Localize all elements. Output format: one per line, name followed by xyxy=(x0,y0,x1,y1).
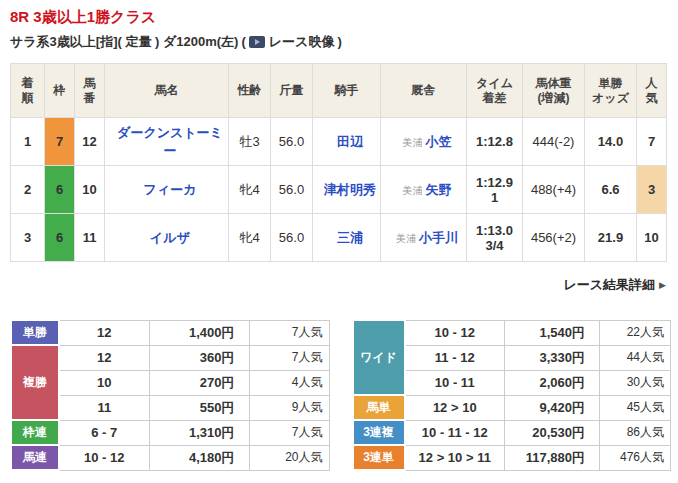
payout-amount: 550円 xyxy=(149,395,249,420)
cell-odds: 14.0 xyxy=(585,118,637,166)
payout-row: 枠連 6 - 7 1,310円 7人気 xyxy=(11,420,329,445)
payout-row: 11 550円 9人気 xyxy=(11,395,329,420)
cell-time: 1:12.91 xyxy=(467,166,523,214)
payout-combo: 12 > 10 xyxy=(405,395,505,420)
col-header-time: タイム着差 xyxy=(467,64,523,118)
stable-region: 美浦 xyxy=(396,233,416,244)
bet-type-trifecta: 3連単 xyxy=(353,445,405,470)
jockey-link[interactable]: 三浦 xyxy=(337,230,363,245)
payout-table-right: ワイド 10 - 12 1,540円 22人気 11 - 12 3,330円 4… xyxy=(352,319,672,471)
cell-sexage: 牝4 xyxy=(229,214,271,262)
jockey-link[interactable]: 津村明秀 xyxy=(324,182,376,197)
payout-popularity: 476人気 xyxy=(600,445,671,470)
payout-combo: 10 - 11 - 12 xyxy=(405,420,505,445)
payout-amount: 20,530円 xyxy=(505,420,600,445)
cell-frame: 7 xyxy=(45,118,75,166)
payout-popularity: 30人気 xyxy=(600,370,671,395)
col-header-frame: 枠 xyxy=(45,64,75,118)
col-header-stable: 厩舎 xyxy=(381,64,467,118)
payout-popularity: 20人気 xyxy=(249,445,329,470)
cell-horse: イルザ xyxy=(105,214,229,262)
stable-link[interactable]: 小笠 xyxy=(426,134,452,149)
payout-amount: 2,060円 xyxy=(505,370,600,395)
horse-link[interactable]: フィーカ xyxy=(144,182,197,197)
cell-stable: 美浦小手川 xyxy=(381,214,467,262)
race-title: 8R 3歳以上1勝クラス xyxy=(10,8,668,26)
stable-link[interactable]: 小手川 xyxy=(419,230,458,245)
stable-region: 美浦 xyxy=(403,137,423,148)
payout-amount: 1,540円 xyxy=(505,320,600,345)
horse-link[interactable]: ダークンストーミー xyxy=(117,125,223,158)
payout-popularity: 7人気 xyxy=(249,420,329,445)
payout-combo: 11 xyxy=(59,395,149,420)
cell-stable: 美浦小笠 xyxy=(381,118,467,166)
payout-combo: 12 xyxy=(59,320,149,345)
payout-section: 単勝 12 1,400円 7人気 複勝 12 360円 7人気 10 270円 … xyxy=(10,319,668,471)
payout-amount: 270円 xyxy=(149,370,249,395)
cell-finish: 2 xyxy=(11,166,45,214)
stable-region: 美浦 xyxy=(403,185,423,196)
cell-number: 12 xyxy=(75,118,105,166)
payout-popularity: 7人気 xyxy=(249,345,329,370)
payout-row: 単勝 12 1,400円 7人気 xyxy=(11,320,329,345)
payout-combo: 10 - 12 xyxy=(405,320,505,345)
cell-bodyweight: 488(+4) xyxy=(523,166,585,214)
cell-odds: 21.9 xyxy=(585,214,637,262)
payout-row: 馬連 10 - 12 4,180円 20人気 xyxy=(11,445,329,470)
payout-popularity: 9人気 xyxy=(249,395,329,420)
result-row-3: 3 6 11 イルザ 牝4 56.0 三浦 美浦小手川 1:13.03/4 45… xyxy=(11,214,667,262)
cell-number: 11 xyxy=(75,214,105,262)
col-header-weight: 斤量 xyxy=(271,64,313,118)
cell-stable: 美浦矢野 xyxy=(381,166,467,214)
bet-type-trio: 3連複 xyxy=(353,420,405,445)
cell-weight: 56.0 xyxy=(271,166,313,214)
play-icon xyxy=(255,39,260,45)
horse-link[interactable]: イルザ xyxy=(150,230,190,245)
payout-amount: 360円 xyxy=(149,345,249,370)
jockey-link[interactable]: 田辺 xyxy=(337,134,363,149)
payout-row: 10 270円 4人気 xyxy=(11,370,329,395)
paren-close: ) xyxy=(337,33,341,50)
col-header-popularity: 人気 xyxy=(637,64,667,118)
payout-popularity: 4人気 xyxy=(249,370,329,395)
payout-row: 3連複 10 - 11 - 12 20,530円 86人気 xyxy=(353,420,671,445)
cell-time: 1:13.03/4 xyxy=(467,214,523,262)
bet-type-quinella: 馬連 xyxy=(11,445,59,470)
payout-popularity: 7人気 xyxy=(249,320,329,345)
race-results-table: 着順 枠 馬番 馬名 性齢 斤量 騎手 厩舎 タイム着差 馬体重(増減) 単勝オ… xyxy=(10,63,667,262)
payout-combo: 10 - 11 xyxy=(405,370,505,395)
col-header-bodyweight: 馬体重(増減) xyxy=(523,64,585,118)
payout-amount: 4,180円 xyxy=(149,445,249,470)
cell-odds: 6.6 xyxy=(585,166,637,214)
cell-bodyweight: 444(-2) xyxy=(523,118,585,166)
payout-row: ワイド 10 - 12 1,540円 22人気 xyxy=(353,320,671,345)
cell-popularity: 3 xyxy=(637,166,667,214)
payout-row: 馬単 12 > 10 9,420円 45人気 xyxy=(353,395,671,420)
cell-weight: 56.0 xyxy=(271,214,313,262)
cell-horse: ダークンストーミー xyxy=(105,118,229,166)
arrow-right-icon: ▶ xyxy=(659,280,666,290)
race-conditions-text: サラ系3歳以上[指]( 定量 ) ダ1200m(左) xyxy=(10,33,238,50)
race-result-detail-link[interactable]: レース結果詳細▶ xyxy=(563,277,666,292)
cell-weight: 56.0 xyxy=(271,118,313,166)
col-header-finish: 着順 xyxy=(11,64,45,118)
payout-row: 3連単 12 > 10 > 11 117,880円 476人気 xyxy=(353,445,671,470)
payout-combo: 10 - 12 xyxy=(59,445,149,470)
cell-sexage: 牝4 xyxy=(229,166,271,214)
bet-type-bracket-quinella: 枠連 xyxy=(11,420,59,445)
bet-type-exacta: 馬単 xyxy=(353,395,405,420)
payout-popularity: 22人気 xyxy=(600,320,671,345)
result-row-1: 1 7 12 ダークンストーミー 牡3 56.0 田辺 美浦小笠 1:12.8 … xyxy=(11,118,667,166)
payout-amount: 3,330円 xyxy=(505,345,600,370)
col-header-number: 馬番 xyxy=(75,64,105,118)
detail-link-row: レース結果詳細▶ xyxy=(10,275,666,292)
payout-combo: 11 - 12 xyxy=(405,345,505,370)
payout-table-left: 単勝 12 1,400円 7人気 複勝 12 360円 7人気 10 270円 … xyxy=(10,319,330,471)
race-video-link[interactable]: レース映像 xyxy=(249,33,335,50)
race-conditions: サラ系3歳以上[指]( 定量 ) ダ1200m(左) ( レース映像 ) xyxy=(10,33,668,50)
payout-combo: 6 - 7 xyxy=(59,420,149,445)
payout-amount: 117,880円 xyxy=(505,445,600,470)
bet-type-place: 複勝 xyxy=(11,345,59,420)
stable-link[interactable]: 矢野 xyxy=(426,182,452,197)
results-header-row: 着順 枠 馬番 馬名 性齢 斤量 騎手 厩舎 タイム着差 馬体重(増減) 単勝オ… xyxy=(11,64,667,118)
